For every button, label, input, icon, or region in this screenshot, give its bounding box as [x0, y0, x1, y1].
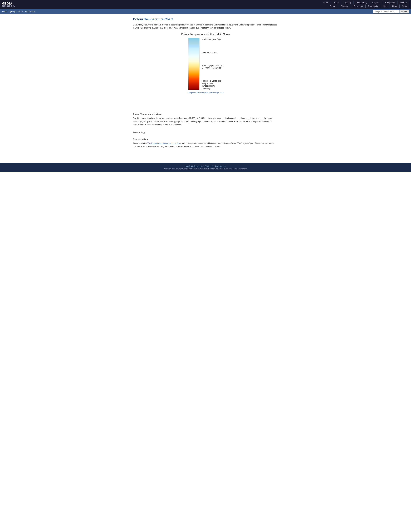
section-text-video: For video operations the relevant temper…: [133, 116, 278, 126]
intro-text6: is often used but is not technically cor…: [184, 27, 231, 29]
footer-separator1: -: [203, 165, 205, 167]
site-logo[interactable]: MEDIA COLLEGE.COM: [2, 2, 15, 7]
chart-annotations: North Light (Blue Sky) Overcast Daylight…: [200, 38, 224, 90]
search-input[interactable]: [373, 10, 399, 13]
nav-row-2: ForumGlossaryEquipmentDownloadsMiscLinks…: [321, 5, 409, 8]
nav-item-equipment[interactable]: Equipment: [351, 5, 365, 8]
page-title: Colour Temperature Chart: [133, 17, 278, 21]
breadcrumb: Home : Lighting : Colour : Temperature: [2, 10, 35, 13]
intro-text4: (K). Note that the term: [151, 27, 171, 29]
logo-college: COLLEGE.COM: [2, 5, 15, 7]
nav-item-downloads[interactable]: Downloads: [365, 5, 380, 8]
nav-item-shop[interactable]: Shop: [400, 5, 409, 8]
nav-item-glossary[interactable]: Glossary: [338, 5, 351, 8]
footer-contact[interactable]: Contact Us: [215, 165, 225, 167]
search-button[interactable]: Search: [399, 10, 409, 13]
nav-item-photography[interactable]: Photography: [354, 1, 370, 5]
footer-about[interactable]: About Us: [205, 165, 213, 167]
nav-item-graphics[interactable]: Graphics: [370, 1, 383, 5]
intro-term5: degrees kelvin: [171, 27, 184, 29]
footer-separator2: -: [214, 165, 215, 167]
nav-item-computers[interactable]: Computers: [383, 1, 398, 5]
main-navigation: VideoAudioLightingPhotographyGraphicsCom…: [321, 1, 409, 8]
footer-copyright: All content is © Copyright Wavelength Me…: [2, 168, 409, 170]
y-axis: [187, 38, 188, 90]
annotation-overcast: Overcast Daylight: [202, 51, 224, 54]
chart-credit: Image courtesy of www.mediacollege.com: [133, 92, 278, 94]
footer: MediaCollege.com - About Us - Contact Us…: [0, 163, 411, 172]
nav-item-forum[interactable]: Forum: [327, 5, 338, 8]
chart-title: Colour Temperatures in the Kelvin Scale: [133, 33, 278, 36]
logo-media: MEDIA: [2, 2, 15, 5]
main-content: Colour Temperature Chart Colour temperat…: [128, 14, 283, 153]
nav-item-lighting[interactable]: Lighting: [341, 1, 353, 5]
nav-item-links[interactable]: Links: [390, 5, 400, 8]
nav-item-audio[interactable]: Audio: [331, 1, 341, 5]
nav-row-1: VideoAudioLightingPhotographyGraphicsCom…: [321, 1, 409, 5]
intro-term1: Colour temperature: [133, 24, 149, 26]
annotation-noon: Noon Daylight, Direct SunElectronic Flas…: [202, 64, 224, 69]
color-gradient-bar: [188, 38, 200, 90]
breadcrumb-bar: Home : Lighting : Colour : Temperature S…: [0, 9, 411, 14]
si-link[interactable]: The International System of Units (SI)↗: [148, 142, 181, 144]
section-heading-terminology: Terminology: [133, 131, 278, 133]
nav-item-video[interactable]: Video: [321, 1, 331, 5]
section-heading-video: Colour Temperature in Video: [133, 113, 278, 115]
section-heading-degrees: Degrees kelvin: [133, 138, 278, 140]
search-area: Search: [373, 10, 409, 13]
intro-paragraph: Colour temperature is a standard method …: [133, 23, 278, 29]
chart-container: North Light (Blue Sky) Overcast Daylight…: [187, 38, 224, 90]
nav-item-misc[interactable]: Misc: [380, 5, 390, 8]
degrees-kelvin-italic: degrees Kelvin: [224, 142, 236, 144]
section-text-degrees: According to the The International Syste…: [133, 142, 278, 148]
footer-mediacollege[interactable]: MediaCollege.com: [186, 165, 203, 167]
nav-item-internet[interactable]: Internet: [397, 1, 409, 5]
intro-term3: kelvins: [145, 27, 151, 29]
kelvins-italic: kelvins: [211, 142, 217, 144]
colour-temperature-chart: Colour Temperatures in the Kelvin Scale …: [133, 33, 278, 94]
annotation-household: Household Light BulbsEarly SunriseTungst…: [202, 80, 224, 90]
footer-main: MediaCollege.com - About Us - Contact Us: [2, 165, 409, 167]
annotation-north-light: North Light (Blue Sky): [202, 38, 224, 41]
